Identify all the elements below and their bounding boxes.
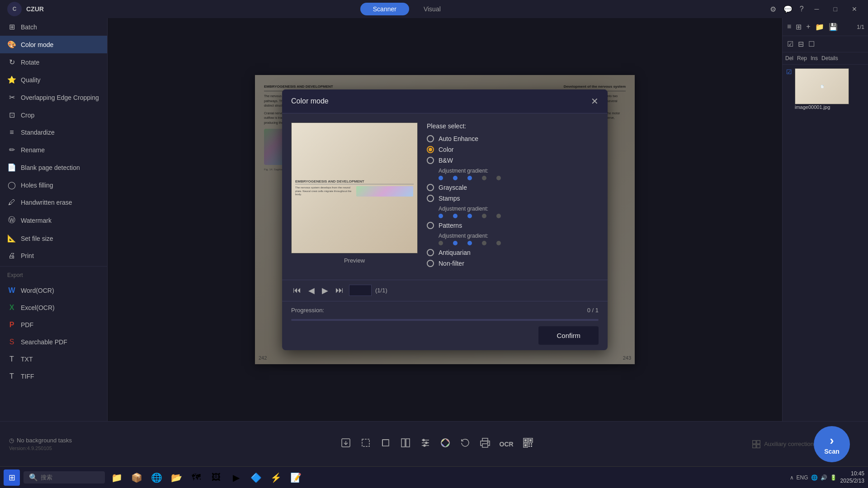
patterns-dot-2[interactable] [453, 241, 458, 245]
bw-gradient-dot-2[interactable] [453, 176, 458, 180]
stamps-dot-5[interactable] [496, 214, 501, 218]
sidebar-item-handwritten[interactable]: 🖊 Handwritten erase [0, 194, 107, 211]
playback-play-button[interactable]: ▶ [320, 284, 330, 297]
taskbar-app-powershell[interactable]: ⚡ [268, 469, 284, 486]
option-bw[interactable]: B&W [427, 157, 599, 164]
sidebar-item-rotate[interactable]: ↻ Rotate [0, 53, 107, 71]
settings-icon[interactable]: ⚙ [770, 5, 776, 14]
taskbar-app-maps[interactable]: 🗺 [188, 469, 204, 486]
taskbar-app-edge[interactable]: 🌐 [148, 469, 165, 486]
sidebar-item-file-size[interactable]: 📐 Set file size [0, 230, 107, 247]
confirm-button[interactable]: Confirm [538, 326, 599, 345]
start-button[interactable]: ⊞ [4, 469, 20, 486]
playback-prev-button[interactable]: ◀ [307, 284, 316, 297]
patterns-dot-5[interactable] [496, 241, 501, 245]
sidebar-item-watermark[interactable]: Ⓦ Watermark [0, 211, 107, 230]
export-icon[interactable]: 💾 [828, 22, 839, 32]
taskbar-app-media[interactable]: ▶ [228, 469, 244, 486]
sidebar-item-searchable-pdf[interactable]: S Searchable PDF [0, 333, 107, 351]
stamps-dot-4[interactable] [482, 214, 486, 218]
auxiliary-correction-btn[interactable]: Auxiliary correction [751, 439, 814, 449]
stamps-dot-3[interactable] [467, 214, 472, 218]
radio-color[interactable] [427, 146, 434, 153]
uncheck-icon[interactable]: ☐ [807, 39, 816, 49]
taskbar-app-photos[interactable]: 🖼 [208, 469, 224, 486]
playback-first-button[interactable]: ⏮ [291, 284, 303, 297]
patterns-dot-3[interactable] [467, 241, 472, 245]
sidebar-item-word[interactable]: W Word(OCR) [0, 282, 107, 299]
thumb-checkbox[interactable]: ☑ [786, 68, 792, 75]
option-color[interactable]: Color [427, 146, 599, 153]
taskbar-search[interactable]: 🔍 [24, 471, 105, 483]
toolbar-color-btn[interactable] [440, 437, 451, 451]
sidebar-item-print[interactable]: 🖨 Print [0, 247, 107, 264]
insert-action[interactable]: Ins [811, 55, 818, 61]
option-non-filter[interactable]: Non-filter [427, 260, 599, 267]
toolbar-layout-btn[interactable] [400, 437, 411, 451]
toolbar-adjust-btn[interactable] [420, 437, 431, 451]
partial-check-icon[interactable]: ⊟ [797, 39, 805, 49]
tab-visual[interactable]: Visual [411, 3, 453, 15]
taskbar-app-store[interactable]: 📦 [128, 469, 145, 486]
patterns-dot-4[interactable] [482, 241, 486, 245]
radio-auto-enhance[interactable] [427, 135, 434, 142]
option-grayscale[interactable]: Grayscale [427, 184, 599, 191]
tray-chevron[interactable]: ∧ [790, 474, 794, 481]
taskbar-app-notepad[interactable]: 📝 [288, 469, 304, 486]
bw-gradient-dot-1[interactable] [439, 176, 443, 180]
sidebar-item-crop[interactable]: ⊡ Crop [0, 106, 107, 124]
radio-bw[interactable] [427, 157, 434, 164]
stamps-dot-2[interactable] [453, 214, 458, 218]
sidebar-item-batch[interactable]: ⊞ Batch [0, 18, 107, 36]
radio-non-filter[interactable] [427, 260, 434, 267]
option-stamps[interactable]: Stamps [427, 195, 599, 202]
playback-last-button[interactable]: ⏭ [334, 284, 345, 297]
toolbar-print-btn[interactable] [480, 437, 491, 451]
bw-gradient-dot-3[interactable] [467, 176, 472, 180]
playback-page-input[interactable]: 1 [349, 285, 372, 296]
option-antiquarian[interactable]: Antiquarian [427, 249, 599, 256]
folder-icon[interactable]: 📁 [814, 22, 825, 32]
sidebar-item-rename[interactable]: ✏ Rename [0, 141, 107, 159]
toolbar-import-btn[interactable] [340, 437, 351, 451]
restore-button[interactable]: □ [830, 5, 841, 14]
scan-button[interactable]: › Scan [814, 426, 850, 462]
toolbar-qr-btn[interactable] [523, 437, 533, 451]
toolbar-select-btn[interactable] [360, 437, 371, 451]
modal-close-button[interactable]: ✕ [591, 96, 599, 107]
minimize-button[interactable]: ─ [811, 5, 823, 14]
bw-gradient-dot-5[interactable] [496, 176, 501, 180]
close-button[interactable]: ✕ [848, 5, 861, 14]
sidebar-item-tiff[interactable]: T TIFF [0, 368, 107, 385]
tab-scanner[interactable]: Scanner [360, 3, 409, 15]
sidebar-item-holes[interactable]: ◯ Holes filling [0, 176, 107, 194]
sidebar-item-txt[interactable]: T TXT [0, 351, 107, 368]
bw-gradient-dot-4[interactable] [482, 176, 486, 180]
patterns-dot-1[interactable] [439, 241, 443, 245]
sidebar-item-quality[interactable]: ⭐ Quality [0, 71, 107, 89]
stamps-dot-1[interactable] [439, 214, 443, 218]
radio-stamps[interactable] [427, 195, 434, 202]
delete-action[interactable]: Del [785, 55, 793, 61]
add-icon[interactable]: + [805, 22, 811, 32]
sidebar-item-overlapping[interactable]: ✂ Overlapping Edge Cropping [0, 89, 107, 106]
check-icon[interactable]: ☑ [786, 39, 794, 49]
taskbar-app-file-explorer[interactable]: 📁 [108, 469, 125, 486]
sidebar-item-color-mode[interactable]: 🎨 Color mode [0, 36, 107, 53]
radio-grayscale[interactable] [427, 184, 434, 191]
toolbar-crop-btn[interactable] [380, 437, 391, 451]
details-action[interactable]: Details [821, 55, 838, 61]
sidebar-item-standardize[interactable]: ≡ Standardize [0, 124, 107, 141]
sidebar-item-blank-page[interactable]: 📄 Blank page detection [0, 159, 107, 176]
option-patterns[interactable]: Patterns [427, 222, 599, 229]
replace-action[interactable]: Rep [797, 55, 807, 61]
chat-icon[interactable]: 💬 [783, 5, 793, 14]
toolbar-undo-btn[interactable] [460, 437, 471, 451]
taskbar-app-folder[interactable]: 📂 [168, 469, 184, 486]
taskbar-app-teams[interactable]: 🔷 [248, 469, 264, 486]
help-icon[interactable]: ? [800, 5, 804, 13]
taskbar-search-input[interactable] [41, 474, 99, 481]
radio-antiquarian[interactable] [427, 249, 434, 256]
option-auto-enhance[interactable]: Auto Enhance [427, 135, 599, 142]
toolbar-ocr-btn[interactable]: OCR [500, 439, 514, 450]
